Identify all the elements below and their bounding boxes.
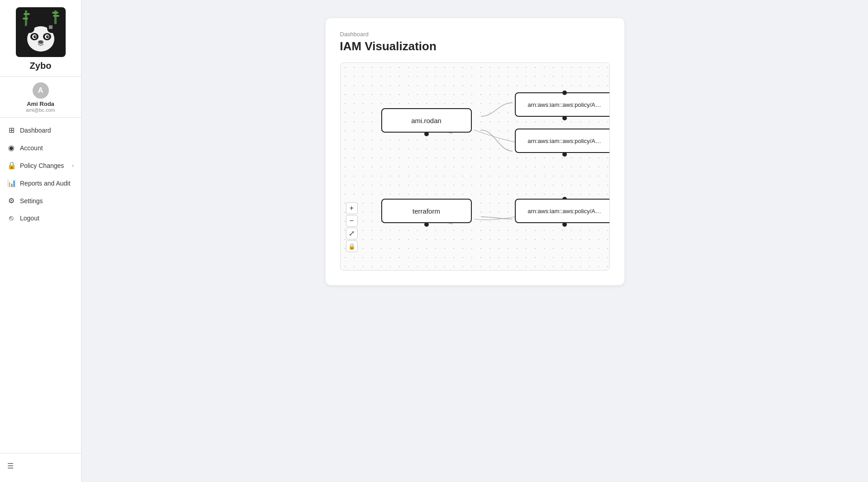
zoom-in-button[interactable]: +: [346, 202, 358, 214]
gear-icon: ⚙: [7, 196, 15, 205]
sidebar-item-settings[interactable]: ⚙ Settings: [0, 192, 81, 210]
bar-chart-icon: 📊: [7, 179, 15, 187]
page-title: IAM Visualization: [340, 39, 610, 53]
svg-point-15: [35, 36, 36, 37]
sidebar-item-dashboard[interactable]: ⊞ Dashboard: [0, 121, 81, 139]
node-dot: [562, 91, 567, 95]
sidebar-item-label: Dashboard: [20, 127, 74, 134]
sidebar-item-label: Reports and Audit: [20, 180, 74, 187]
sidebar-user-area: A Ami Roda ami@bc.com: [0, 77, 81, 118]
svg-point-7: [25, 24, 34, 33]
svg-point-14: [46, 35, 49, 38]
svg-rect-4: [23, 18, 28, 19]
sidebar-item-label: Account: [20, 144, 74, 152]
sidebar-item-label: Settings: [20, 197, 74, 205]
sidebar-item-reports-and-audit[interactable]: 📊 Reports and Audit: [0, 174, 81, 192]
grid-icon: ⊞: [7, 126, 15, 134]
chevron-right-icon: ›: [72, 162, 74, 169]
lock-icon: 🔒: [7, 161, 15, 170]
app-name: Zybo: [30, 61, 52, 71]
panda-icon: [18, 10, 63, 55]
avatar: A: [33, 82, 49, 99]
node-dot: [424, 132, 429, 136]
fit-view-button[interactable]: ⤢: [346, 228, 358, 239]
breadcrumb: Dashboard: [340, 31, 610, 38]
app-logo: [16, 7, 66, 57]
node-terraform[interactable]: terraform: [381, 199, 472, 223]
svg-rect-2: [24, 13, 30, 15]
lock-button[interactable]: 🔒: [346, 240, 358, 252]
node-dot: [424, 222, 429, 227]
dashboard-card: Dashboard IAM Visualization a: [326, 18, 624, 285]
sidebar-logo-area: Zybo: [0, 0, 81, 77]
sidebar-item-account[interactable]: ◉ Account: [0, 139, 81, 157]
user-name: Ami Roda: [27, 100, 54, 107]
sidebar-item-logout[interactable]: ⎋ Logout: [0, 210, 81, 227]
svg-point-16: [48, 36, 48, 37]
svg-point-13: [34, 35, 36, 38]
person-icon: ◉: [7, 143, 15, 152]
node-arn-3[interactable]: arn:aws:iam::aws:policy/A…: [515, 199, 610, 223]
svg-rect-3: [53, 15, 59, 17]
svg-rect-5: [52, 12, 58, 14]
node-dot: [562, 152, 567, 157]
sidebar-bottom: ☰: [0, 453, 81, 482]
zoom-controls: + − ⤢ 🔒: [346, 202, 358, 252]
node-dot: [562, 116, 567, 120]
node-dot: [562, 222, 567, 227]
node-arn-2[interactable]: arn:aws:iam::aws:policy/A…: [515, 129, 610, 153]
exit-icon: ⎋: [7, 214, 15, 222]
sidebar-nav: ⊞ Dashboard ◉ Account 🔒 Policy Changes ›…: [0, 118, 81, 453]
main-content: Dashboard IAM Visualization a: [82, 0, 868, 482]
sidebar: Zybo A Ami Roda ami@bc.com ⊞ Dashboard ◉…: [0, 0, 82, 482]
sidebar-item-label: Logout: [20, 215, 74, 222]
user-email: ami@bc.com: [26, 107, 55, 113]
svg-rect-18: [49, 25, 53, 29]
sidebar-item-policy-changes[interactable]: 🔒 Policy Changes ›: [0, 157, 81, 174]
hamburger-menu-button[interactable]: ☰: [0, 457, 81, 475]
iam-visualization-canvas: ami.rodan arn:aws:iam::aws:policy/A… arn…: [340, 62, 610, 271]
node-arn-1[interactable]: arn:aws:iam::aws:policy/A…: [515, 92, 610, 117]
zoom-out-button[interactable]: −: [346, 215, 358, 227]
svg-point-17: [38, 40, 43, 44]
node-ami-rodan[interactable]: ami.rodan: [381, 108, 472, 133]
sidebar-item-label: Policy Changes: [20, 162, 67, 169]
